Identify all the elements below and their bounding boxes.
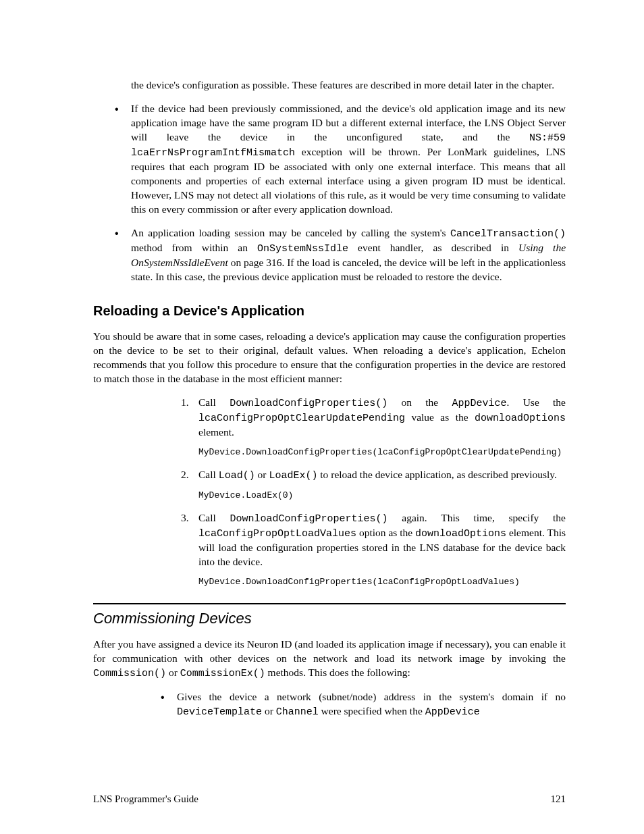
step-3: 3. Call DownloadConfigProperties() again…	[181, 511, 566, 588]
step-2: 2. Call Load() or LoadEx() to reload the…	[181, 468, 566, 502]
code: lcaConfigPropOptLoadValues	[198, 528, 356, 540]
bullet-item: If the device had been previously commis…	[93, 102, 566, 217]
text: to reload the device application, as des…	[317, 469, 557, 480]
code: downloadOptions	[475, 413, 566, 424]
footer-title: LNS Programmer's Guide	[93, 792, 198, 806]
bullet-list-inner: Gives the device a network (subnet/node)…	[153, 690, 566, 719]
text: If the device had been previously commis…	[131, 103, 566, 142]
text: Call	[198, 469, 219, 480]
text: After you have assigned a device its Neu…	[93, 638, 566, 664]
code: Commission()	[93, 668, 166, 679]
code: LoadEx()	[269, 470, 317, 481]
step-1: 1. Call DownloadConfigProperties() on th…	[181, 396, 566, 459]
text: the device's configuration as possible. …	[131, 79, 554, 90]
paragraph: You should be aware that in some cases, …	[93, 330, 566, 386]
text: element.	[198, 426, 234, 438]
text: or	[166, 667, 180, 678]
page-number: 121	[551, 792, 566, 806]
code-line: MyDevice.DownloadConfigProperties(lcaCon…	[198, 576, 566, 588]
text: Call	[198, 512, 230, 523]
bullet-item: An application loading session may be ca…	[93, 226, 566, 284]
code: AppDevice	[425, 706, 480, 718]
text: Call	[198, 396, 230, 408]
code: Channel	[276, 706, 319, 718]
separator	[93, 603, 566, 604]
text: option as the	[356, 527, 415, 538]
step-number: 1.	[181, 396, 189, 410]
text: value as the	[405, 411, 475, 423]
numbered-list: 1. Call DownloadConfigProperties() on th…	[181, 396, 566, 588]
text: or	[262, 705, 276, 716]
text: method from within an	[131, 242, 257, 253]
content: • the device's configuration as possible…	[93, 78, 566, 720]
heading-reloading: Reloading a Device's Application	[93, 302, 566, 320]
code: AppDevice	[452, 398, 506, 409]
text: on the	[387, 396, 452, 408]
code-line: MyDevice.LoadEx(0)	[198, 490, 566, 502]
text: or	[255, 469, 269, 480]
code: lcaConfigPropOptClearUpdatePending	[198, 413, 405, 424]
page: • the device's configuration as possible…	[0, 0, 644, 834]
step-number: 2.	[181, 468, 189, 482]
heading-commissioning: Commissioning Devices	[93, 608, 566, 629]
code: DownloadConfigProperties()	[230, 398, 387, 409]
code: DeviceTemplate	[177, 706, 262, 718]
text: methods. This does the following:	[265, 667, 410, 678]
code: DownloadConfigProperties()	[230, 513, 388, 525]
text: again. This time, specify the	[388, 512, 566, 523]
footer: LNS Programmer's Guide 121	[93, 792, 566, 806]
step-number: 3.	[181, 511, 189, 525]
code: Load()	[219, 470, 255, 481]
text: were specified when the	[319, 705, 425, 716]
inner-bullet-wrap: Gives the device a network (subnet/node)…	[153, 690, 566, 719]
code: downloadOptions	[415, 528, 506, 540]
code: CancelTransaction()	[450, 228, 566, 240]
text: . Use the	[507, 396, 566, 408]
code-line: MyDevice.DownloadConfigProperties(lcaCon…	[198, 446, 566, 459]
bullet-list-top: • the device's configuration as possible…	[93, 78, 566, 284]
text: An application loading session may be ca…	[131, 227, 450, 238]
paragraph: After you have assigned a device its Neu…	[93, 637, 566, 681]
continuation-line: • the device's configuration as possible…	[93, 78, 566, 93]
text: event handler, as described in	[348, 242, 518, 253]
code: OnSystemNssIdle	[257, 243, 348, 255]
bullet-item: Gives the device a network (subnet/node)…	[153, 690, 566, 719]
text: Gives the device a network (subnet/node)…	[177, 691, 566, 702]
code: CommissionEx()	[180, 668, 265, 679]
